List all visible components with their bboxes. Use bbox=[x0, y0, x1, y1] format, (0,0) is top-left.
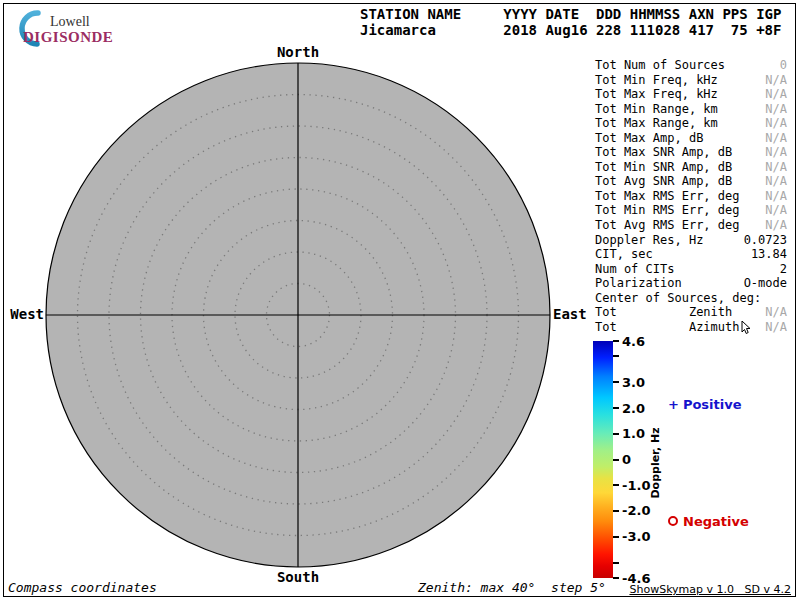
stat-label: Tot Max RMS Err, deg bbox=[595, 189, 740, 204]
colorbar-tick-label: 0 bbox=[622, 453, 631, 466]
colorbar-tick bbox=[613, 536, 619, 538]
stat-value: N/A bbox=[765, 116, 787, 131]
skymap-plot bbox=[45, 62, 551, 568]
colorbar-tick-label: -1.0 bbox=[622, 479, 650, 492]
compass-label-west: West bbox=[8, 306, 44, 322]
stat-value: 13.84 bbox=[751, 247, 787, 262]
stat-row: Tot Max RMS Err, degN/A bbox=[595, 189, 787, 204]
logo-digisonde-text: DIGISONDE bbox=[23, 29, 113, 46]
stat-row: Tot Max SNR Amp, dBN/A bbox=[595, 145, 787, 160]
colorbar-tick bbox=[613, 355, 619, 357]
showskymap-window: Lowell DIGISONDE STATION NAME YYYY DATE … bbox=[0, 0, 800, 600]
stat-label: Polarization bbox=[595, 276, 682, 291]
stat-value: N/A bbox=[765, 73, 787, 88]
stat-value: 0.0723 bbox=[744, 233, 787, 248]
stats-section-header: Center of Sources, deg: bbox=[595, 291, 787, 306]
header-station-values: Jicamarca 2018 Aug16 228 111028 417 75 +… bbox=[360, 22, 781, 38]
version-label: ShowSkymap v 1.0 SD v 4.2 bbox=[629, 583, 791, 596]
stat-label: Tot Min Range, km bbox=[595, 102, 718, 117]
colorbar-tick-label: 2.0 bbox=[622, 402, 645, 415]
stat-value: O-mode bbox=[744, 276, 787, 291]
stat-label: Tot Max Amp, dB bbox=[595, 131, 703, 146]
stat-row: Tot Max Freq, kHzN/A bbox=[595, 87, 787, 102]
statistics-panel: Tot Num of Sources0Tot Min Freq, kHzN/AT… bbox=[595, 58, 787, 334]
colorbar-tick bbox=[613, 484, 619, 486]
stat-row: PolarizationO-mode bbox=[595, 276, 787, 291]
compass-label-south: South bbox=[268, 569, 328, 585]
stat-row: Tot Min Range, kmN/A bbox=[595, 102, 787, 117]
stat-row: Tot Max Amp, dBN/A bbox=[595, 131, 787, 146]
legend-positive-label: Positive bbox=[683, 397, 742, 412]
stat-row: Tot Max Range, kmN/A bbox=[595, 116, 787, 131]
stat-label: CIT, sec bbox=[595, 247, 653, 262]
colorbar-tick bbox=[613, 381, 619, 383]
colorbar-tick bbox=[613, 459, 619, 461]
stat-value: N/A bbox=[765, 320, 787, 335]
stat-value: 2 bbox=[780, 262, 787, 277]
doppler-colorbar bbox=[593, 341, 613, 578]
stat-row: Tot ZenithN/A bbox=[595, 305, 787, 320]
stat-label: Tot Max Range, km bbox=[595, 116, 718, 131]
stat-value: N/A bbox=[765, 87, 787, 102]
legend-positive: +Positive bbox=[668, 397, 742, 412]
stat-value: N/A bbox=[765, 189, 787, 204]
colorbar-tick-label: -3.0 bbox=[622, 530, 650, 543]
colorbar-tick bbox=[613, 577, 619, 579]
positive-marker-icon: + bbox=[668, 397, 679, 412]
stat-value: N/A bbox=[765, 305, 787, 320]
stat-row: Tot Min SNR Amp, dBN/A bbox=[595, 160, 787, 175]
stat-value: N/A bbox=[765, 131, 787, 146]
coordinates-mode-label: Compass coordinates bbox=[8, 580, 157, 595]
colorbar-axis-label: Doppler, Hz bbox=[649, 427, 662, 498]
stat-row: Tot Min Freq, kHzN/A bbox=[595, 73, 787, 88]
logo-lowell-text: Lowell bbox=[50, 14, 90, 30]
zenith-range-label: Zenith: max 40° step 5° bbox=[418, 580, 606, 595]
colorbar-tick bbox=[613, 407, 619, 409]
stat-row: Tot Avg SNR Amp, dBN/A bbox=[595, 174, 787, 189]
stat-value: N/A bbox=[765, 174, 787, 189]
stat-label: Tot Min Freq, kHz bbox=[595, 73, 718, 88]
stat-row: Tot Num of Sources0 bbox=[595, 58, 787, 73]
stat-label: Tot Zenith bbox=[595, 305, 732, 320]
stat-value: N/A bbox=[765, 218, 787, 233]
stat-label: Tot Max Freq, kHz bbox=[595, 87, 718, 102]
skymap-svg bbox=[45, 62, 551, 568]
stat-row: CIT, sec13.84 bbox=[595, 247, 787, 262]
stat-value: 0 bbox=[780, 58, 787, 73]
lowell-digisonde-logo: Lowell DIGISONDE bbox=[10, 7, 130, 49]
colorbar-tick bbox=[613, 562, 619, 564]
stat-value: N/A bbox=[765, 160, 787, 175]
negative-marker-icon bbox=[668, 516, 678, 526]
colorbar-tick-label: 1.0 bbox=[622, 427, 645, 440]
colorbar-tick-label: 4.6 bbox=[622, 335, 645, 348]
stat-label: Tot Avg RMS Err, deg bbox=[595, 218, 740, 233]
colorbar-tick-label: 3.0 bbox=[622, 376, 645, 389]
compass-label-north: North bbox=[268, 44, 328, 60]
stat-row: Tot Avg RMS Err, degN/A bbox=[595, 218, 787, 233]
stat-label: Tot Azimuth bbox=[595, 320, 740, 335]
colorbar-tick bbox=[613, 340, 619, 342]
colorbar-tick-label: -2.0 bbox=[622, 504, 650, 517]
stat-value: N/A bbox=[765, 145, 787, 160]
header-column-titles: STATION NAME YYYY DATE DDD HHMMSS AXN PP… bbox=[360, 6, 781, 22]
stat-row: Doppler Res, Hz0.0723 bbox=[595, 233, 787, 248]
stat-label: Tot Min RMS Err, deg bbox=[595, 203, 740, 218]
stat-label: Num of CITs bbox=[595, 262, 674, 277]
colorbar-tick bbox=[613, 433, 619, 435]
stat-value: N/A bbox=[765, 203, 787, 218]
stat-row: Tot AzimuthN/A bbox=[595, 320, 787, 335]
stat-label: Tot Max SNR Amp, dB bbox=[595, 145, 732, 160]
stat-row: Num of CITs2 bbox=[595, 262, 787, 277]
legend-negative-label: Negative bbox=[683, 514, 749, 529]
legend-negative: Negative bbox=[668, 514, 749, 529]
colorbar-tick bbox=[613, 510, 619, 512]
stat-row: Tot Min RMS Err, degN/A bbox=[595, 203, 787, 218]
stat-value: N/A bbox=[765, 102, 787, 117]
stat-label: Tot Min SNR Amp, dB bbox=[595, 160, 732, 175]
stat-label: Tot Avg SNR Amp, dB bbox=[595, 174, 732, 189]
stat-label: Tot Num of Sources bbox=[595, 58, 725, 73]
stat-label: Doppler Res, Hz bbox=[595, 233, 703, 248]
mouse-cursor-icon bbox=[741, 321, 751, 334]
